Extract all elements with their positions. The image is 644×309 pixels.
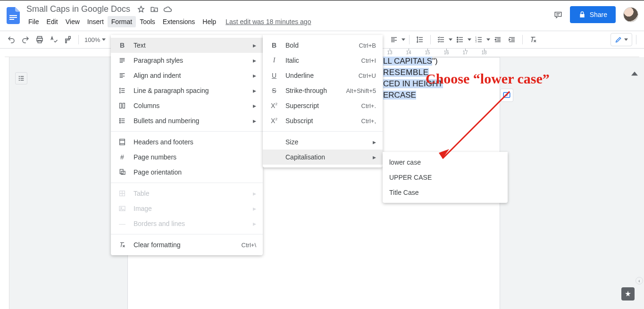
menu-insert[interactable]: Insert <box>84 16 108 27</box>
comments-icon[interactable] <box>554 10 562 19</box>
svg-text:3: 3 <box>476 41 477 43</box>
svg-rect-1 <box>9 17 17 18</box>
menu-file[interactable]: File <box>25 16 43 27</box>
format-align-indent-item[interactable]: Align and indent▸ <box>111 68 263 83</box>
format-menu-dropdown: BText▸ Paragraph styles▸ Align and inden… <box>111 35 263 255</box>
menu-view[interactable]: View <box>62 16 84 27</box>
menu-extensions[interactable]: Extensions <box>159 16 199 27</box>
menu-tools[interactable]: Tools <box>136 16 159 27</box>
share-button[interactable]: Share <box>570 6 616 23</box>
document-body-text[interactable]: LL CAPITALS") RESEMBLE CED IN HEIGHT ERC… <box>383 56 443 101</box>
undo-button[interactable] <box>5 33 18 46</box>
text-italic-item[interactable]: IItalicCtrl+I <box>263 53 383 68</box>
format-bullets-numbering-item[interactable]: Bullets and numbering▸ <box>111 113 263 128</box>
clear-formatting-button[interactable] <box>527 33 540 46</box>
format-columns-item[interactable]: Columns▸ <box>111 98 263 113</box>
text-bold-item[interactable]: BBoldCtrl+B <box>263 38 383 53</box>
format-clear-formatting-item[interactable]: Clear formattingCtrl+\ <box>111 237 263 252</box>
format-table-item: Table▸ <box>111 186 263 201</box>
paint-format-button[interactable] <box>61 33 75 46</box>
star-icon[interactable] <box>137 5 145 14</box>
zoom-select[interactable]: 100% <box>83 36 108 43</box>
svg-rect-13 <box>120 103 122 109</box>
svg-rect-14 <box>123 103 125 109</box>
menu-format[interactable]: Format <box>108 16 136 27</box>
svg-point-15 <box>119 118 120 119</box>
align-button[interactable] <box>387 33 401 46</box>
cap-lowercase-item[interactable]: lower case <box>383 155 508 170</box>
text-strikethrough-item[interactable]: SStrike-throughAlt+Shift+5 <box>263 83 383 98</box>
menu-edit[interactable]: Edit <box>43 16 62 27</box>
svg-point-8 <box>457 41 458 42</box>
move-icon[interactable] <box>150 5 159 14</box>
redo-button[interactable] <box>19 33 32 46</box>
hide-menus-button[interactable] <box>629 68 640 79</box>
last-edit-link[interactable]: Last edit was 18 minutes ago <box>226 16 311 27</box>
svg-point-6 <box>457 37 458 38</box>
menu-help[interactable]: Help <box>199 16 220 27</box>
doc-title[interactable]: Small Caps in Google Docs <box>25 3 132 15</box>
docs-app-icon[interactable] <box>4 6 23 25</box>
svg-point-7 <box>457 39 458 40</box>
format-text-item[interactable]: BText▸ <box>111 38 263 53</box>
format-image-item: Image▸ <box>111 201 263 216</box>
svg-point-23 <box>121 207 122 209</box>
text-underline-item[interactable]: UUnderlineCtrl+U <box>263 68 383 83</box>
svg-rect-0 <box>9 15 17 16</box>
print-button[interactable] <box>33 33 46 46</box>
svg-rect-18 <box>120 139 125 145</box>
checklist-button[interactable] <box>435 33 448 46</box>
cap-uppercase-item[interactable]: UPPER CASE <box>383 170 508 185</box>
format-line-spacing-item[interactable]: Line & paragraph spacing▸ <box>111 83 263 98</box>
bulleted-list-button[interactable] <box>453 33 467 46</box>
cloud-status-icon[interactable] <box>163 5 172 14</box>
add-comment-button[interactable] <box>500 89 513 102</box>
format-borders-lines-item: —Borders and lines▸ <box>111 216 263 231</box>
share-button-label: Share <box>590 11 607 18</box>
svg-rect-2 <box>9 19 14 20</box>
text-capitalisation-item[interactable]: Capitalisation▸ <box>263 150 383 165</box>
svg-point-16 <box>119 120 120 121</box>
menubar: File Edit View Insert Format Tools Exten… <box>25 16 554 27</box>
text-size-item...[interactable]: Size▸ <box>263 134 383 150</box>
spellcheck-button[interactable] <box>47 33 60 46</box>
side-scroll-button[interactable]: ‹ <box>636 277 643 284</box>
numbered-list-button[interactable]: 123 <box>472 33 485 46</box>
increase-indent-button[interactable] <box>505 33 519 46</box>
vertical-ruler[interactable] <box>0 57 9 309</box>
format-page-orientation-item[interactable]: Page orientation <box>111 165 263 180</box>
capitalisation-submenu-dropdown: lower case UPPER CASE Title Case <box>383 152 508 203</box>
format-paragraph-styles-item[interactable]: Paragraph styles▸ <box>111 53 263 68</box>
decrease-indent-button[interactable] <box>491 33 504 46</box>
explore-button[interactable] <box>621 287 635 301</box>
format-page-numbers-item[interactable]: #Page numbers <box>111 150 263 165</box>
format-headers-footers-item[interactable]: Headers and footers <box>111 134 263 150</box>
line-spacing-button[interactable] <box>413 33 427 46</box>
text-superscript-item[interactable]: X2SuperscriptCtrl+. <box>263 98 383 113</box>
editing-mode-button[interactable] <box>611 33 632 46</box>
svg-point-17 <box>119 122 120 123</box>
text-submenu-dropdown: BBoldCtrl+B IItalicCtrl+I UUnderlineCtrl… <box>263 35 383 167</box>
outline-toggle-button[interactable] <box>15 72 27 84</box>
text-subscript-item[interactable]: X2SubscriptCtrl+, <box>263 113 383 128</box>
cap-titlecase-item[interactable]: Title Case <box>383 185 508 200</box>
account-avatar[interactable] <box>623 7 638 22</box>
